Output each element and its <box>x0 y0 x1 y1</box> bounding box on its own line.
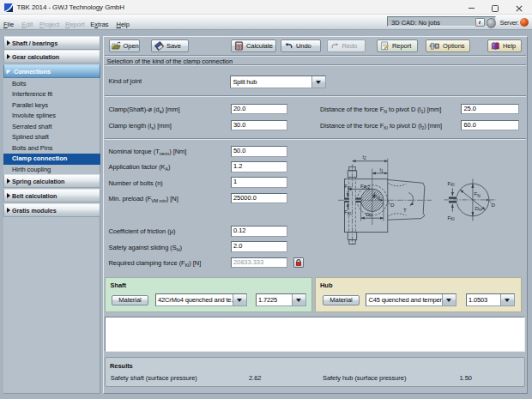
svg-text:T: T <box>403 207 407 213</box>
svg-text:FR/2: FR/2 <box>360 183 371 190</box>
svg-text:D: D <box>390 202 395 208</box>
svg-text:DF: DF <box>366 211 372 219</box>
svg-text:l2: l2 <box>363 154 366 161</box>
svg-text:FKl: FKl <box>344 183 351 190</box>
svg-text:D: D <box>492 202 496 208</box>
svg-text:FKl: FKl <box>448 215 455 222</box>
svg-text:Dm: Dm <box>475 205 482 213</box>
svg-text:l1: l1 <box>380 166 384 174</box>
svg-text:FKl: FKl <box>448 180 455 188</box>
svg-text:FN: FN <box>374 193 381 201</box>
svg-text:FKl: FKl <box>344 209 351 216</box>
svg-text:FN: FN <box>475 190 481 198</box>
